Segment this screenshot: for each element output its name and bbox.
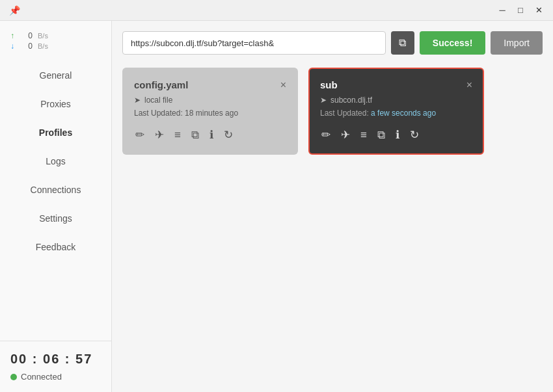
source-arrow-icon: ➤ (134, 96, 141, 105)
url-bar-row: ⧉ Success! Import (122, 31, 543, 55)
success-button[interactable]: Success! (420, 31, 485, 55)
profile-card-sub[interactable]: sub × ➤ subcon.dlj.tf Last Updated: a fe… (308, 68, 484, 155)
card-source-config: ➤ local file (134, 96, 286, 105)
close-button[interactable]: ✕ (530, 1, 548, 20)
connection-status: Connected (10, 372, 101, 382)
refresh-button-config[interactable]: ↻ (223, 127, 234, 143)
source-arrow-icon-sub: ➤ (320, 96, 327, 105)
sidebar-item-profiles[interactable]: Profiles (0, 118, 111, 147)
sidebar-item-settings[interactable]: Settings (0, 204, 111, 233)
card-title-sub: sub (320, 79, 338, 90)
download-button-config[interactable]: ✈ (154, 127, 165, 143)
timer-display: 00 : 06 : 57 (10, 352, 101, 367)
download-arrow-icon: ↓ (10, 42, 14, 51)
card-updated-config: Last Updated: 18 minutes ago (134, 109, 286, 118)
list-button-config[interactable]: ≡ (173, 127, 182, 143)
source-label-config: local file (144, 96, 172, 105)
maximize-button[interactable]: □ (511, 1, 530, 20)
card-header-config: config.yaml × (134, 79, 286, 90)
status-dot-icon (10, 374, 17, 380)
url-input[interactable] (122, 31, 386, 55)
sidebar-item-general[interactable]: General (0, 61, 111, 90)
card-title-config: config.yaml (134, 79, 188, 90)
download-unit: B/s (38, 42, 48, 50)
copy-button-config[interactable]: ⧉ (190, 127, 200, 143)
upload-arrow-icon: ↑ (10, 31, 14, 40)
profile-card-config[interactable]: config.yaml × ➤ local file Last Updated:… (122, 68, 298, 155)
nav-items: General Proxies Profiles Logs Connection… (0, 57, 111, 341)
sidebar: ↑ 0 B/s ↓ 0 B/s General Proxies Profiles… (0, 21, 112, 392)
download-value: 0 (20, 42, 33, 51)
copy-button-sub[interactable]: ⧉ (376, 127, 386, 143)
profile-cards: config.yaml × ➤ local file Last Updated:… (122, 68, 543, 155)
sidebar-item-connections[interactable]: Connections (0, 176, 111, 204)
sidebar-item-proxies[interactable]: Proxies (0, 90, 111, 118)
card-header-sub: sub × (320, 79, 472, 90)
traffic-info: ↑ 0 B/s ↓ 0 B/s (0, 27, 111, 57)
download-traffic: ↓ 0 B/s (10, 42, 101, 51)
card-actions-config: ✏ ✈ ≡ ⧉ ℹ ↻ (134, 127, 286, 143)
card-close-sub[interactable]: × (466, 80, 472, 90)
card-updated-sub: Last Updated: a few seconds ago (320, 109, 472, 118)
copy-url-button[interactable]: ⧉ (391, 31, 414, 55)
download-button-sub[interactable]: ✈ (340, 127, 351, 143)
edit-button-sub[interactable]: ✏ (320, 127, 332, 143)
copy-icon: ⧉ (399, 37, 406, 49)
main-layout: ↑ 0 B/s ↓ 0 B/s General Proxies Profiles… (0, 21, 553, 392)
refresh-button-sub[interactable]: ↻ (409, 127, 420, 143)
upload-traffic: ↑ 0 B/s (10, 31, 101, 40)
source-label-sub: subcon.dlj.tf (330, 96, 372, 105)
sidebar-footer: 00 : 06 : 57 Connected (0, 341, 111, 392)
status-label: Connected (21, 372, 62, 382)
info-button-config[interactable]: ℹ (208, 127, 215, 143)
upload-unit: B/s (38, 32, 48, 40)
upload-value: 0 (20, 31, 33, 40)
edit-button-config[interactable]: ✏ (134, 127, 146, 143)
import-button[interactable]: Import (491, 31, 543, 55)
title-bar: 📌 ─ □ ✕ (0, 0, 553, 21)
list-button-sub[interactable]: ≡ (359, 127, 368, 143)
card-actions-sub: ✏ ✈ ≡ ⧉ ℹ ↻ (320, 127, 472, 143)
info-button-sub[interactable]: ℹ (394, 127, 401, 143)
content-area: ⧉ Success! Import config.yaml × ➤ local … (112, 21, 553, 392)
card-updated-highlight-sub: a few seconds ago (371, 109, 436, 118)
card-close-config[interactable]: × (280, 80, 286, 90)
pin-button[interactable]: 📌 (5, 3, 24, 18)
sidebar-item-logs[interactable]: Logs (0, 147, 111, 176)
sidebar-item-feedback[interactable]: Feedback (0, 233, 111, 261)
minimize-button[interactable]: ─ (493, 1, 511, 20)
card-source-sub: ➤ subcon.dlj.tf (320, 96, 472, 105)
